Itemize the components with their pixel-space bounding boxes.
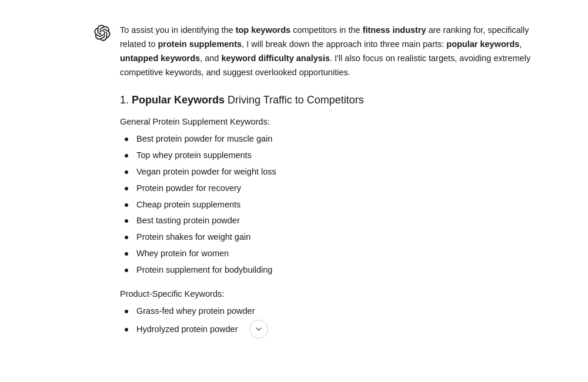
bullet-icon (125, 203, 128, 207)
bullet-icon (125, 138, 128, 141)
keyword-text: Protein powder for recovery (136, 182, 241, 196)
bold-keyword-difficulty: keyword difficulty analysis (221, 53, 330, 63)
bold-top-keywords: top keywords (236, 25, 290, 35)
bullet-icon (125, 310, 128, 313)
bullet-icon (125, 219, 128, 223)
keyword-text: Grass-fed whey protein powder (136, 304, 255, 319)
list-item: Protein powder for recovery (120, 182, 541, 196)
chevron-down-icon (254, 324, 263, 334)
list-item: Grass-fed whey protein powder (120, 304, 541, 319)
list-item: Protein shakes for weight gain (120, 230, 541, 244)
list-item: Hydrolyzed protein powder (120, 321, 541, 339)
bold-protein-supplements: protein supplements (158, 39, 242, 49)
ai-avatar-icon (94, 25, 111, 41)
bullet-icon (125, 236, 128, 239)
list-item: Best tasting protein powder (120, 214, 541, 228)
section1-number: 1. (120, 94, 132, 106)
general-label: General Protein Supplement Keywords: (120, 117, 541, 126)
product-label: Product-Specific Keywords: (120, 289, 541, 299)
bullet-icon (125, 170, 128, 174)
section1-heading: 1. Popular Keywords Driving Traffic to C… (120, 93, 541, 108)
bold-untapped-keywords: untapped keywords (120, 53, 200, 63)
keyword-text: Protein shakes for weight gain (136, 230, 250, 244)
list-item: Cheap protein supplements (120, 198, 541, 212)
bullet-icon (125, 252, 128, 256)
keyword-text: Cheap protein supplements (136, 198, 240, 212)
scroll-down-button[interactable] (249, 320, 268, 339)
keyword-text: Hydrolyzed protein powder (136, 323, 238, 337)
list-item: Whey protein for women (120, 247, 541, 261)
keyword-text: Protein supplement for bodybuilding (136, 263, 272, 277)
bullet-icon (125, 154, 128, 158)
general-keywords-list: Best protein powder for muscle gain Top … (120, 132, 541, 280)
keyword-text: Best protein powder for muscle gain (136, 132, 272, 146)
section1-title-bold: Popular Keywords (132, 94, 225, 106)
bold-fitness-industry: fitness industry (363, 25, 426, 35)
keyword-text: Top whey protein supplements (136, 149, 252, 163)
list-item: Vegan protein powder for weight loss (120, 165, 541, 179)
product-keywords-list: Grass-fed whey protein powder Hydrolyzed… (120, 304, 541, 341)
list-item: Top whey protein supplements (120, 149, 541, 163)
keyword-text: Whey protein for women (136, 247, 229, 261)
bold-popular-keywords: popular keywords (446, 39, 519, 49)
content-area: To assist you in identifying the top key… (120, 24, 541, 350)
keyword-text: Best tasting protein powder (136, 214, 240, 228)
list-item: Protein supplement for bodybuilding (120, 263, 541, 277)
intro-paragraph: To assist you in identifying the top key… (120, 24, 541, 80)
bullet-icon (125, 269, 128, 272)
bullet-icon (125, 187, 128, 190)
bullet-icon (125, 328, 128, 331)
keyword-text: Vegan protein powder for weight loss (136, 165, 276, 179)
section1-title-rest: Driving Traffic to Competitors (225, 94, 364, 106)
list-item: Best protein powder for muscle gain (120, 132, 541, 146)
